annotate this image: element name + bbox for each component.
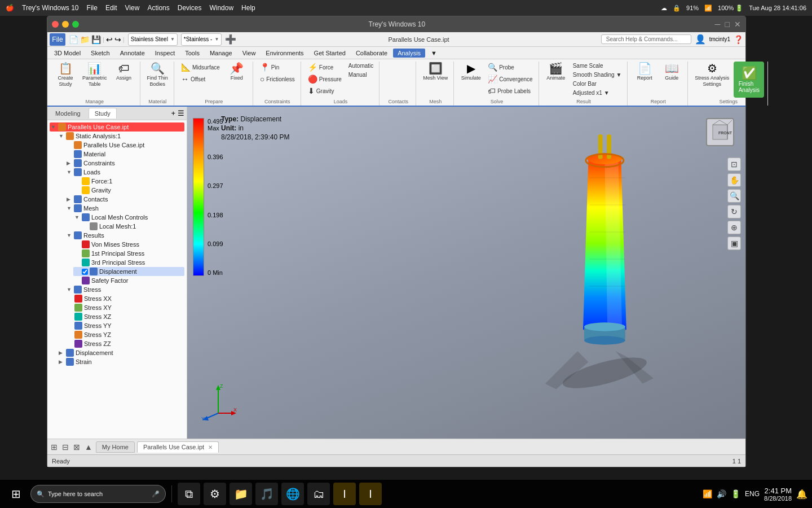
stress-analysis-settings-button[interactable]: ⚙ Stress AnalysisSettings <box>692 62 731 89</box>
adjusted-x1-button[interactable]: Adjusted x1 ▼ <box>571 89 624 97</box>
frictionless-button[interactable]: ○ Frictionless <box>258 73 297 85</box>
same-scale-button[interactable]: Same Scale <box>571 62 624 70</box>
taskbar-search[interactable]: 🔍 Type here to search 🎤 <box>30 485 166 503</box>
local-mesh1-node[interactable]: Local Mesh:1 <box>81 222 184 231</box>
probe-labels-button[interactable]: 🏷 Probe Labels <box>486 85 535 97</box>
apple-menu[interactable]: 🍎 <box>6 4 14 12</box>
pressure-button[interactable]: 🔴 Pressure <box>306 73 344 85</box>
win-close-icon[interactable]: ✕ <box>734 20 741 29</box>
menu-collaborate[interactable]: Collaborate <box>351 49 392 58</box>
material-sub-dropdown[interactable]: *Stainless - ▼ <box>181 33 222 46</box>
taskbar-store[interactable]: 🗂 <box>307 483 330 505</box>
probe-button[interactable]: 🔍 Probe <box>486 62 535 73</box>
report-button[interactable]: 📄 Report <box>632 62 657 82</box>
tb-battery-icon[interactable]: 🔋 <box>731 489 740 498</box>
tb-network-icon[interactable]: ENG <box>745 490 760 498</box>
finish-analysis-button[interactable]: ✅ FinishAnalysis <box>734 62 764 98</box>
menu-view[interactable]: View <box>238 49 261 58</box>
stress-zz-node[interactable]: Stress ZZ <box>73 339 184 348</box>
displacement-node[interactable]: Displacement <box>73 267 184 276</box>
mac-menu-window[interactable]: Window <box>209 4 233 12</box>
tab-parallels-file[interactable]: Parallels Use Case.ipt ✕ <box>137 441 219 453</box>
mesh-view-button[interactable]: 🔲 Mesh View <box>421 62 450 82</box>
constraints-node[interactable]: ▶ Constraints <box>65 159 184 168</box>
tab-close-button[interactable]: ✕ <box>208 444 213 450</box>
offset-button[interactable]: ↔ Offset <box>179 73 222 85</box>
menu-inspect[interactable]: Inspect <box>151 49 179 58</box>
tb-wifi-icon[interactable]: 📶 <box>703 489 712 498</box>
pan-button[interactable]: ✋ <box>727 173 741 187</box>
app-name[interactable]: Trey's Windows 10 <box>22 4 79 12</box>
taskbar-app2[interactable]: I <box>359 483 382 505</box>
mac-menu-devices[interactable]: Devices <box>178 4 202 12</box>
displacement-group-node[interactable]: ▶ Displacement <box>58 348 184 357</box>
gravity-button[interactable]: ⬇ Gravity <box>306 85 344 97</box>
force1-node[interactable]: Force:1 <box>73 177 184 186</box>
menu-getstarted[interactable]: Get Started <box>310 49 350 58</box>
stress-xx-node[interactable]: Stress XX <box>73 294 184 303</box>
tab-layout-btn4[interactable]: ▲ <box>83 441 94 453</box>
menu-annotate[interactable]: Annotate <box>116 49 149 58</box>
toolbar-undo[interactable]: ↩ <box>106 35 113 44</box>
tree-root[interactable]: ▼ Parallels Use Case.ipt <box>50 122 184 132</box>
menu-sketch[interactable]: Sketch <box>86 49 114 58</box>
tab-layout-btn3[interactable]: ⊠ <box>72 441 81 453</box>
view-cube[interactable]: FRONT <box>706 118 740 152</box>
menu-extra[interactable]: ▼ <box>426 49 442 58</box>
look-at-button[interactable]: ⊕ <box>727 221 741 234</box>
panel-menu-button[interactable]: ☰ <box>178 109 184 117</box>
section-view-button[interactable]: ▣ <box>727 237 741 250</box>
mesh-node[interactable]: ▼ Mesh <box>65 204 184 213</box>
taskbar-app1[interactable]: I <box>333 483 356 505</box>
assign-button[interactable]: 🏷 Assign <box>112 62 136 82</box>
taskbar-browser[interactable]: 🌐 <box>281 483 304 505</box>
menu-3dmodel[interactable]: 3D Model <box>50 49 85 58</box>
animate-button[interactable]: 🎬 Animate <box>544 62 568 82</box>
strain-group-node[interactable]: ▶ Strain <box>58 357 184 366</box>
tab-layout-btn1[interactable]: ⊞ <box>50 441 59 453</box>
create-study-button[interactable]: 📋 CreateStudy <box>53 62 78 89</box>
taskbar-explorer[interactable]: 📁 <box>230 483 252 505</box>
1st-stress-node[interactable]: 1st Principal Stress <box>73 249 184 258</box>
smooth-shading-button[interactable]: Smooth Shading ▼ <box>571 71 624 79</box>
view-cube-box[interactable]: FRONT <box>706 118 734 146</box>
minimize-button[interactable] <box>62 21 69 28</box>
toolbar-redo[interactable]: ↪ <box>114 35 121 44</box>
manual-button[interactable]: Manual <box>346 71 376 79</box>
panel-add-button[interactable]: + <box>171 109 175 117</box>
mac-menu-actions[interactable]: Actions <box>147 4 169 12</box>
menu-environments[interactable]: Environments <box>261 49 308 58</box>
simulate-button[interactable]: ▶ Simulate <box>458 62 483 82</box>
parametric-table-button[interactable]: 📊 ParametricTable <box>80 62 109 89</box>
force-button[interactable]: ⚡ Force <box>306 62 344 73</box>
zoom-button[interactable]: 🔍 <box>727 189 741 203</box>
stress-xy-node[interactable]: Stress XY <box>73 303 184 312</box>
win-restore-icon[interactable]: □ <box>725 20 730 29</box>
windows-start-button[interactable]: ⊞ <box>5 483 27 505</box>
mac-menu-edit[interactable]: Edit <box>105 4 117 12</box>
mac-menu-file[interactable]: File <box>87 4 98 12</box>
toolbar-save[interactable]: 💾 <box>91 35 101 44</box>
3rd-stress-node[interactable]: 3rd Principal Stress <box>73 258 184 267</box>
automatic-button[interactable]: Automatic <box>346 62 376 70</box>
tab-layout-btn2[interactable]: ⊟ <box>61 441 70 453</box>
material-node[interactable]: Material <box>65 150 184 159</box>
file-button[interactable]: File <box>50 33 65 46</box>
contacts-node[interactable]: ▶ Contacts <box>65 195 184 204</box>
menu-analysis[interactable]: Analysis <box>393 49 425 58</box>
rotate-button[interactable]: ↻ <box>727 205 741 218</box>
guide-button[interactable]: 📖 Guide <box>659 62 684 82</box>
maximize-button[interactable] <box>72 21 79 28</box>
viewport[interactable]: Type: Displacement Unit: in 8/28/2018, 2… <box>187 107 745 439</box>
taskbar-music[interactable]: 🎵 <box>255 483 278 505</box>
toolbar-add[interactable]: ➕ <box>225 34 236 45</box>
fit-all-button[interactable]: ⊡ <box>727 157 741 171</box>
toolbar-new[interactable]: 📄 <box>69 35 78 44</box>
taskbar-clock[interactable]: 2:41 PM 8/28/2018 <box>764 487 792 502</box>
help-icon[interactable]: ❓ <box>734 35 743 44</box>
local-mesh-controls-node[interactable]: ▼ Local Mesh Controls <box>73 213 184 222</box>
color-bar-button[interactable]: Color Bar <box>571 80 624 88</box>
find-thin-bodies-button[interactable]: 🔍 Find ThinBodies <box>145 62 170 89</box>
von-mises-node[interactable]: Von Mises Stress <box>73 240 184 249</box>
close-button[interactable] <box>52 21 59 28</box>
